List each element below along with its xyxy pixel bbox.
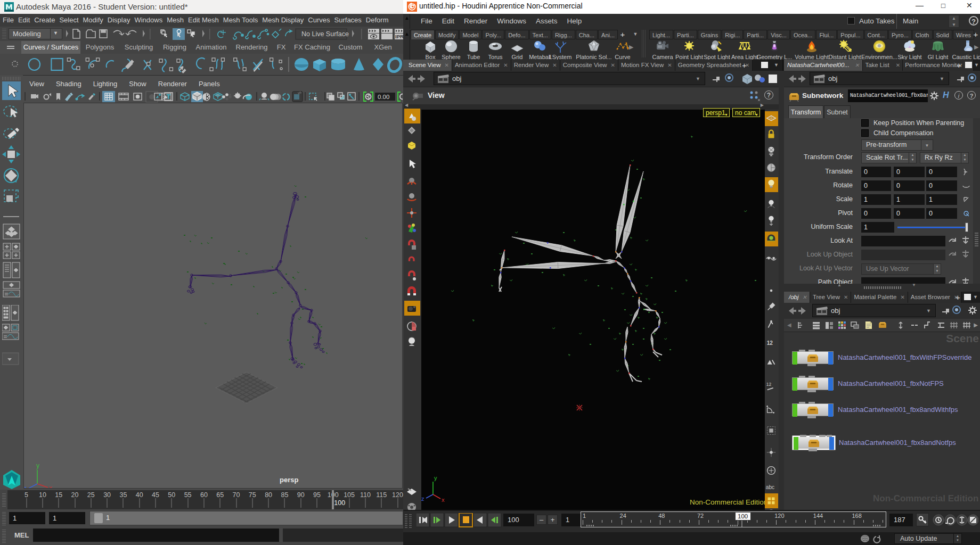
svg-text:y: y: [36, 462, 39, 469]
svg-text:12: 12: [766, 382, 772, 387]
svg-text:0.00: 0.00: [378, 94, 389, 100]
svg-text:IPR: IPR: [395, 34, 403, 39]
svg-text:z: z: [24, 485, 27, 488]
svg-text:y: y: [434, 475, 437, 481]
svg-text:12: 12: [767, 340, 773, 346]
svg-text:abc: abc: [766, 484, 774, 490]
svg-text:x: x: [49, 484, 52, 488]
svg-text:No Live Surface: No Live Surface: [301, 30, 349, 38]
svg-text:z: z: [421, 496, 424, 502]
svg-text:x: x: [442, 497, 445, 503]
svg-text:persp: persp: [280, 476, 298, 484]
